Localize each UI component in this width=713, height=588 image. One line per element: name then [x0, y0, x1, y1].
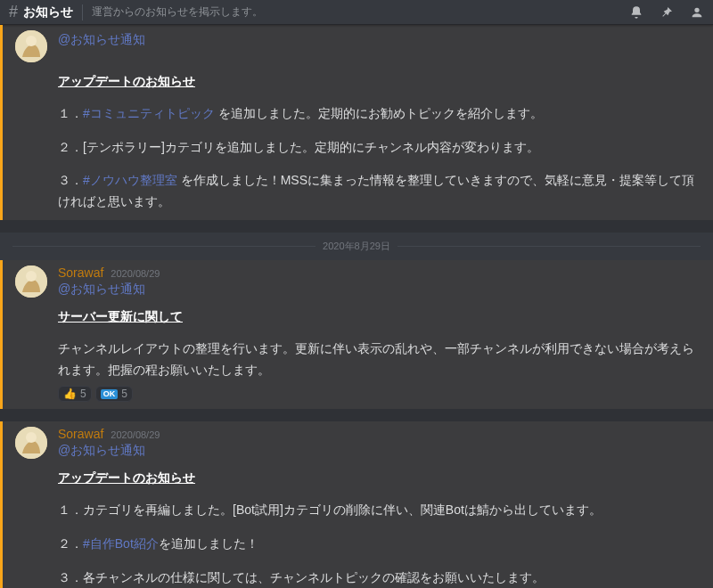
reactions: 👍 5 OK 5	[58, 386, 701, 402]
message-line: １．カテゴリを再編しました。[Bot試用]カテゴリの削除に伴い、関連Botは鯖か…	[58, 500, 701, 521]
mention[interactable]: @お知らせ通知	[58, 443, 145, 459]
message: Sorawaf 2020/08/29 @お知らせ通知 アップデートのお知らせ １…	[0, 421, 713, 588]
mention[interactable]: @お知らせ通知	[58, 32, 145, 48]
hash-icon: #	[9, 3, 18, 21]
channel-link[interactable]: #コミュニティトピック	[83, 106, 215, 120]
mention[interactable]: @お知らせ通知	[58, 282, 145, 298]
svg-point-1	[26, 36, 37, 46]
separator	[0, 409, 713, 421]
author-name[interactable]: Sorawaf	[58, 427, 103, 441]
thumbs-up-icon: 👍	[63, 388, 77, 400]
pin-icon[interactable]	[660, 5, 674, 20]
reaction-count: 5	[121, 388, 127, 400]
timestamp: 2020/08/29	[111, 268, 160, 279]
channel-link[interactable]: #ノウハウ整理室	[83, 173, 177, 187]
channel-link[interactable]: #自作Bot紹介	[83, 536, 159, 551]
author-name[interactable]: Sorawaf	[58, 265, 103, 280]
reaction[interactable]: OK 5	[95, 386, 133, 402]
avatar[interactable]	[15, 30, 47, 62]
channel-name: お知らせ	[23, 4, 73, 20]
reaction[interactable]: 👍 5	[58, 386, 92, 402]
svg-point-5	[26, 432, 37, 443]
message-line: ３．#ノウハウ整理室 を作成しました！MSSに集まった情報を整理していきますので…	[58, 170, 701, 213]
date-label: 2020年8月29日	[316, 240, 397, 253]
channel-topic[interactable]: 運営からのお知らせを掲示します。	[92, 4, 629, 20]
message-list[interactable]: @お知らせ通知 アップデートのお知らせ １．#コミュニティトピック を追加しまし…	[0, 25, 713, 588]
ok-icon: OK	[101, 389, 119, 399]
message-line: ３．各チャンネルの仕様に関しては、チャンネルトピックの確認をお願いいたします。	[58, 568, 701, 588]
separator	[0, 220, 713, 233]
message-heading: サーバー更新に関して	[58, 306, 701, 328]
channel-header: # お知らせ 運営からのお知らせを掲示します。	[0, 0, 713, 25]
divider	[82, 4, 83, 20]
header-icons	[629, 5, 704, 20]
members-icon[interactable]	[690, 5, 704, 20]
message-line: ２．#自作Bot紹介を追加しました！	[58, 534, 701, 555]
message-heading: アップデートのお知らせ	[58, 468, 701, 489]
message: Sorawaf 2020/08/29 @お知らせ通知 サーバー更新に関して チャ…	[0, 260, 713, 409]
svg-point-3	[26, 271, 37, 282]
reaction-count: 5	[80, 388, 86, 400]
message-body: チャンネルレイアウトの整理を行います。更新に伴い表示の乱れや、一部チャンネルが利…	[58, 339, 701, 381]
date-divider: 2020年8月29日	[12, 240, 701, 253]
message-line: １．#コミュニティトピック を追加しました。定期的にお勧めトピックを紹介します。	[58, 103, 701, 125]
message-heading: アップデートのお知らせ	[58, 71, 701, 93]
message: @お知らせ通知 アップデートのお知らせ １．#コミュニティトピック を追加しまし…	[0, 25, 713, 220]
message-line: ２．[テンポラリー]カテゴリを追加しました。定期的にチャンネル内容が変わります。	[58, 137, 701, 159]
bell-icon[interactable]	[629, 5, 643, 20]
timestamp: 2020/08/29	[111, 429, 160, 440]
avatar[interactable]	[15, 265, 47, 298]
avatar[interactable]	[15, 427, 47, 459]
